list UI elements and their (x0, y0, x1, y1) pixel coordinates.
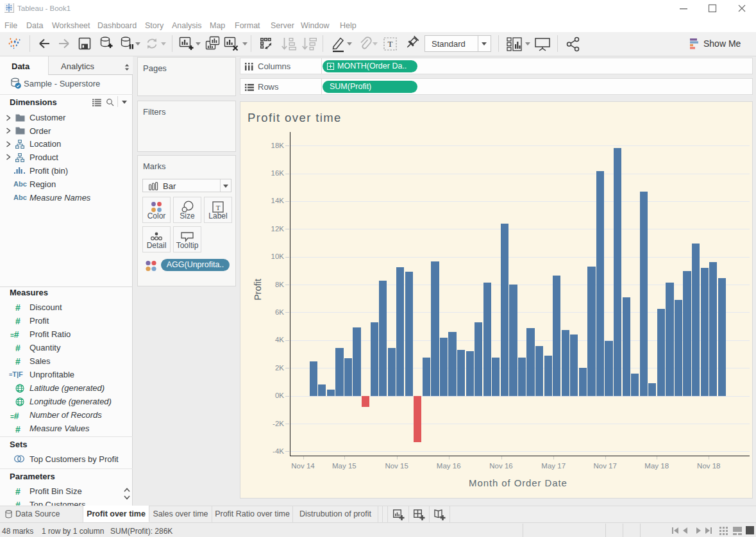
svg-text:T: T (216, 203, 221, 211)
svg-text:T: T (388, 39, 393, 49)
